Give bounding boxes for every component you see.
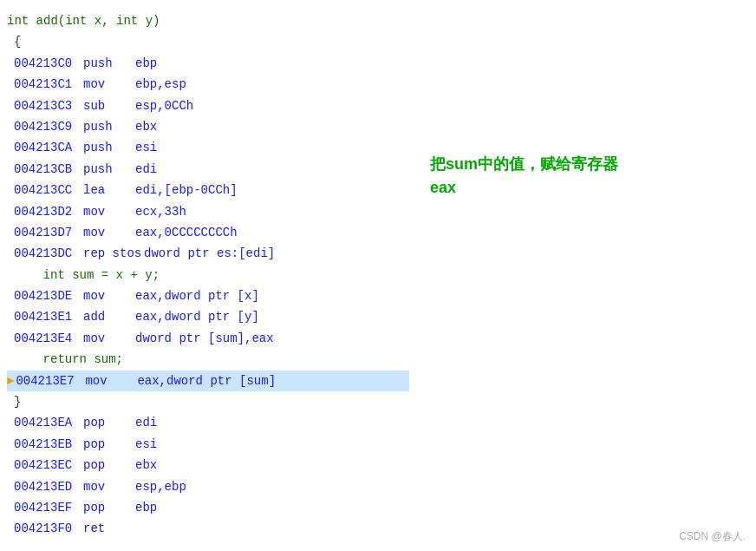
mnem-d2: mov bbox=[83, 202, 135, 221]
return-text: return sum; bbox=[7, 350, 123, 369]
highlighted-asm-line: ► 004213E7 mov eax,dword ptr [sum] bbox=[7, 371, 409, 391]
addr-d2: 004213D2 bbox=[14, 202, 83, 221]
mnem-dc: rep stos bbox=[83, 244, 144, 263]
op-e7: eax,dword ptr [sum] bbox=[137, 371, 276, 390]
addr-e7: 004213E7 bbox=[16, 371, 85, 390]
op-ed: esp,ebp bbox=[135, 477, 186, 496]
addr-e1: 004213E1 bbox=[14, 307, 83, 326]
asm-line-e4: 004213E4 mov dword ptr [sum],eax bbox=[7, 328, 409, 349]
addr-e4: 004213E4 bbox=[14, 329, 83, 348]
mnem-e1: add bbox=[83, 307, 135, 326]
op-e1: eax,dword ptr [y] bbox=[135, 307, 259, 326]
addr-ea: 004213EA bbox=[14, 413, 83, 432]
mnem-ea: pop bbox=[83, 413, 135, 432]
op-cc: edi,[ebp-0CCh] bbox=[135, 180, 238, 200]
addr-ef: 004213EF bbox=[14, 498, 83, 517]
asm-line-c3: 004213C3 sub esp,0CCh bbox=[7, 95, 409, 116]
mnem-c1: mov bbox=[83, 75, 135, 94]
asm-line-de: 004213DE mov eax,dword ptr [x] bbox=[7, 285, 409, 306]
op-c3: esp,0CCh bbox=[135, 96, 193, 115]
brace-close-line: } bbox=[7, 391, 409, 412]
asm-line-d7: 004213D7 mov eax,0CCCCCCCCh bbox=[7, 222, 409, 243]
mnem-e4: mov bbox=[83, 329, 135, 348]
asm-line-c9: 004213C9 push ebx bbox=[7, 116, 409, 137]
asm-line-ec: 004213EC pop ebx bbox=[7, 455, 409, 476]
arrow-icon: ► bbox=[7, 371, 14, 390]
function-signature-line: int add(int x, int y) bbox=[7, 10, 409, 31]
asm-line-dc: 004213DC rep stos dword ptr es:[edi] bbox=[7, 243, 409, 264]
op-de: eax,dword ptr [x] bbox=[135, 286, 259, 305]
mnem-c9: push bbox=[83, 117, 135, 136]
brace-close: } bbox=[7, 392, 21, 411]
addr-cb: 004213CB bbox=[14, 160, 83, 179]
watermark: CSDN @春人. bbox=[679, 529, 746, 544]
asm-line-cc: 004213CC lea edi,[ebp-0CCh] bbox=[7, 180, 409, 200]
mnem-f0: ret bbox=[83, 519, 135, 538]
mnem-ec: pop bbox=[83, 456, 135, 475]
asm-line-eb: 004213EB pop esi bbox=[7, 434, 409, 455]
addr-f0: 004213F0 bbox=[14, 519, 83, 538]
op-d7: eax,0CCCCCCCCh bbox=[135, 223, 238, 242]
mnem-ed: mov bbox=[83, 477, 135, 496]
op-c0: ebp bbox=[135, 54, 157, 73]
main-container: int add(int x, int y) { 004213C0 push eb… bbox=[0, 0, 756, 551]
op-e4: dword ptr [sum],eax bbox=[135, 329, 274, 348]
annotation-text: 把sum中的值，赋给寄存器eax bbox=[430, 153, 742, 200]
mnem-d7: mov bbox=[83, 223, 135, 242]
addr-eb: 004213EB bbox=[14, 435, 83, 454]
brace-open-line: { bbox=[7, 31, 409, 52]
mnem-ca: push bbox=[83, 138, 135, 157]
op-ea: edi bbox=[135, 413, 157, 432]
addr-cc: 004213CC bbox=[14, 180, 83, 200]
addr-d7: 004213D7 bbox=[14, 223, 83, 242]
mnem-ef: pop bbox=[83, 498, 135, 517]
asm-line-c1: 004213C1 mov ebp,esp bbox=[7, 74, 409, 95]
op-d2: ecx,33h bbox=[135, 202, 186, 221]
op-ec: ebx bbox=[135, 456, 157, 475]
annotation-panel: 把sum中的值，赋给寄存器eax bbox=[416, 7, 756, 544]
function-signature-text: int add(int x, int y) bbox=[7, 11, 160, 30]
return-line: return sum; bbox=[7, 349, 409, 370]
op-dc: dword ptr es:[edi] bbox=[144, 244, 275, 263]
op-ef: ebp bbox=[135, 498, 157, 517]
op-ca: esi bbox=[135, 138, 157, 157]
asm-line-ea: 004213EA pop edi bbox=[7, 412, 409, 433]
asm-line-e1: 004213E1 add eax,dword ptr [y] bbox=[7, 306, 409, 327]
asm-line-ca: 004213CA push esi bbox=[7, 137, 409, 158]
asm-line-c0: 004213C0 push ebp bbox=[7, 53, 409, 74]
addr-ed: 004213ED bbox=[14, 477, 83, 496]
asm-line-f0: 004213F0 ret bbox=[7, 518, 409, 539]
mnem-c3: sub bbox=[83, 96, 135, 115]
addr-c3: 004213C3 bbox=[14, 96, 83, 115]
asm-line-d2: 004213D2 mov ecx,33h bbox=[7, 201, 409, 222]
addr-c9: 004213C9 bbox=[14, 117, 83, 136]
src-sum-line: int sum = x + y; bbox=[7, 265, 409, 285]
op-c9: ebx bbox=[135, 117, 157, 136]
addr-ca: 004213CA bbox=[14, 138, 83, 157]
mnem-c0: push bbox=[83, 54, 135, 73]
asm-line-ef: 004213EF pop ebp bbox=[7, 497, 409, 518]
code-panel: int add(int x, int y) { 004213C0 push eb… bbox=[0, 7, 416, 544]
asm-line-ed: 004213ED mov esp,ebp bbox=[7, 476, 409, 497]
mnem-cc: lea bbox=[83, 180, 135, 200]
mnem-e7: mov bbox=[85, 371, 137, 390]
src-sum-text: int sum = x + y; bbox=[7, 266, 160, 285]
mnem-eb: pop bbox=[83, 435, 135, 454]
op-eb: esi bbox=[135, 435, 157, 454]
addr-ec: 004213EC bbox=[14, 456, 83, 475]
addr-c1: 004213C1 bbox=[14, 75, 83, 94]
op-c1: ebp,esp bbox=[135, 75, 186, 94]
mnem-de: mov bbox=[83, 286, 135, 305]
addr-dc: 004213DC bbox=[14, 244, 83, 263]
addr-de: 004213DE bbox=[14, 286, 83, 305]
op-cb: edi bbox=[135, 160, 157, 179]
mnem-cb: push bbox=[83, 160, 135, 179]
addr-c0: 004213C0 bbox=[14, 54, 83, 73]
brace-open: { bbox=[7, 32, 21, 51]
asm-line-cb: 004213CB push edi bbox=[7, 159, 409, 180]
